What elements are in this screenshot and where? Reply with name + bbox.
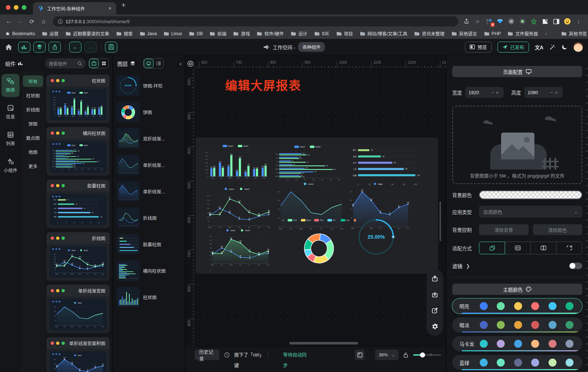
settings-scrollbar[interactable] [586, 68, 588, 372]
bookmark-folder[interactable]: PHP [484, 30, 501, 37]
bookmark-folder[interactable]: 前端 [210, 30, 226, 37]
ruler-eye-icon[interactable] [187, 60, 194, 67]
layer-item[interactable]: 折线图 [116, 206, 182, 229]
layer-item[interactable]: 双折线渐... [116, 127, 182, 150]
rail-tab-charts[interactable]: 图表 [1, 74, 20, 97]
settings-gear-icon[interactable] [429, 320, 441, 333]
thumbnail-view-button[interactable] [144, 59, 154, 68]
category-item[interactable]: 地图 [23, 146, 43, 158]
height-stepper-controls[interactable]: −+ [550, 90, 559, 95]
project-name-badge[interactable]: 各种组件 [298, 42, 325, 52]
publish-button[interactable]: 已发布 [497, 42, 529, 53]
canvas-vertical-scrollbar[interactable] [440, 201, 441, 241]
width-stepper-controls[interactable]: −+ [491, 90, 500, 95]
translate-icon[interactable]: 文A [535, 43, 543, 51]
component-card[interactable]: 折线图data1data2050100150200250300350120200… [46, 232, 110, 281]
fit-scale-button[interactable] [479, 242, 505, 254]
import-button[interactable] [429, 288, 441, 301]
app-home-icon[interactable] [5, 44, 12, 50]
category-item[interactable]: 散点图 [23, 132, 43, 143]
profile-avatar-icon[interactable] [564, 18, 571, 25]
theme-color-header[interactable]: 主题颜色 [452, 284, 582, 295]
canvas-chart-hbar[interactable]: data1data2050100150200250300350120130Mon… [273, 143, 344, 183]
theme-row-明亮[interactable]: 明亮 [452, 298, 582, 314]
artboard[interactable]: data1data2050100150200250300350120130Mon… [196, 138, 438, 273]
new-tab-button[interactable]: + [121, 1, 126, 9]
collapse-panel-icon[interactable]: ‹ [180, 60, 182, 67]
tab-close-icon[interactable]: × [108, 5, 113, 11]
category-item[interactable]: 饼图 [23, 118, 43, 129]
bookmark-folder[interactable]: IDE [314, 30, 329, 37]
layer-item[interactable]: 单折线渐... [116, 153, 182, 176]
chevron-right-icon[interactable]: ❯ [466, 263, 470, 269]
height-stepper[interactable]: 1080 −+ [524, 87, 563, 98]
reload-icon[interactable]: ⟳ [27, 16, 37, 26]
canvas-chart-bar[interactable]: data1data2050100150200250300350120130Mon… [202, 142, 270, 183]
search-input[interactable]: 搜索组件 [45, 58, 86, 68]
background-upload-dropzone[interactable]: 背景图需小于 5M ，格式为 png/jpg/gif 的文件 [452, 106, 582, 184]
layer-item[interactable]: 25.00%饼图-环形 [116, 74, 182, 97]
bookmark-folder[interactable]: 运营 [42, 30, 59, 37]
layer-item[interactable]: 饼图 [116, 100, 182, 124]
minimize-window-button[interactable] [14, 5, 18, 10]
canvas-title-widget[interactable]: 编辑大屏报表 [225, 76, 301, 93]
record-extension-icon[interactable] [519, 18, 526, 25]
canvas-horizontal-scrollbar[interactable] [289, 342, 358, 344]
theme-row-蓝绿[interactable]: 蓝绿 [452, 355, 582, 370]
forward-icon[interactable]: → [15, 16, 25, 26]
canvas-chart-double-area[interactable]: data1data2050100150200250300350120200150… [205, 226, 271, 269]
theme-row-马卡龙[interactable]: 马卡龙 [452, 336, 582, 351]
help-icon[interactable]: ? [224, 352, 230, 358]
rail-tab-list[interactable]: 列表 [1, 128, 20, 151]
zoom-slider[interactable] [413, 350, 441, 360]
component-card[interactable]: 胶囊柱图厦门20南阳40北京60上海80新疆100020406080100 [46, 180, 110, 228]
canvas-viewport[interactable]: 编辑大屏报表 data1data205010015020025030035012… [194, 68, 446, 346]
home-icon[interactable]: ⌂ [38, 16, 49, 26]
report-panel-button[interactable] [355, 350, 365, 360]
filter-toggle[interactable] [569, 263, 582, 269]
app-type-select[interactable]: 应用颜色 ⌄ [479, 206, 582, 218]
sidebar-panel-icon[interactable] [553, 18, 560, 25]
save-button[interactable] [105, 42, 117, 53]
page-config-header[interactable]: 页面配置 [452, 66, 582, 77]
list-view-button[interactable] [154, 59, 163, 68]
star-extension-icon[interactable] [530, 18, 537, 25]
canvas-chart-ring-progress[interactable]: 25.00% [356, 217, 396, 257]
zoom-level-select[interactable]: 36%⌄ [375, 350, 399, 360]
bookmarks-overflow[interactable]: » [545, 31, 547, 36]
command-extension-icon[interactable]: ⌘ [508, 18, 515, 25]
layer-item[interactable]: 横向柱状图 [116, 259, 182, 282]
bookmark-folder[interactable]: 文件服务器 [508, 30, 538, 37]
bookmark-star-icon[interactable]: ☆ [474, 18, 481, 25]
charts-panel-toggle-button[interactable] [18, 42, 30, 53]
preview-button[interactable]: 预览 [465, 42, 492, 53]
share-icon[interactable] [463, 18, 470, 25]
bookmark-folder[interactable]: 软件/硬件 [257, 30, 284, 37]
user-avatar[interactable] [574, 42, 583, 52]
category-item[interactable]: 更多 [23, 160, 43, 172]
bookmark-folder[interactable]: 搜索 [116, 30, 133, 37]
bookmark-folder[interactable]: 项目 [336, 30, 353, 37]
rail-tab-info[interactable]: A信息 [1, 101, 20, 124]
magic-wand-icon[interactable] [549, 44, 556, 50]
category-item[interactable]: 所有 [23, 75, 43, 87]
history-button[interactable]: 历史记录 [195, 350, 219, 360]
undo-button[interactable]: ← [69, 42, 81, 53]
address-bar[interactable]: 127.0.0.1:3000/#/chart/home/9 [53, 16, 458, 26]
layers-panel-toggle-button[interactable] [33, 42, 46, 53]
extensions-puzzle-icon[interactable] [541, 18, 549, 25]
component-card[interactable]: 单折线渐变面积图data1050100150200120200150807011… [46, 337, 110, 372]
layer-item[interactable]: 柱状图 [116, 285, 182, 309]
site-info-icon[interactable] [58, 19, 63, 24]
bookmark-folder[interactable]: Java [140, 30, 157, 37]
layer-item[interactable]: 单折线渐... [116, 180, 182, 203]
canvas-chart-line[interactable]: data1data2050100150200250300350120200150… [202, 184, 272, 233]
fit-stretch-button[interactable] [556, 242, 582, 254]
theme-row-暗淡[interactable]: 暗淡 [452, 317, 582, 333]
lock-icon[interactable] [403, 352, 408, 358]
bookmark-folder[interactable]: 设计 [291, 30, 307, 37]
export-button[interactable] [429, 272, 441, 285]
other-bookmarks[interactable]: 其他书签 [561, 30, 587, 37]
clear-background-button[interactable]: 清除背景 [479, 224, 529, 235]
component-card[interactable]: 横向柱状图data1data20501001502002503003501201… [46, 127, 110, 176]
